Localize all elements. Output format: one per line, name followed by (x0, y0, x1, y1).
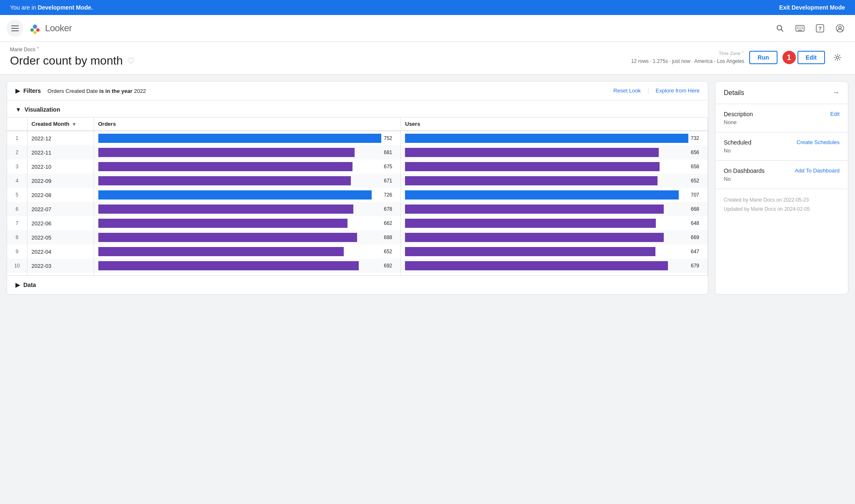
row-month: 2022-04 (27, 245, 94, 259)
header-left: Marie Docs ˅ Order count by month ♡ (10, 47, 135, 67)
visualization-section: ▼ Visualization Created Month ▼ (7, 100, 708, 275)
triangle-down-icon: ▼ (15, 106, 21, 113)
row-index: 8 (7, 230, 27, 245)
page-title-text: Order count by month (10, 54, 123, 67)
svg-rect-2 (11, 30, 19, 31)
description-label: Description (724, 111, 753, 117)
scheduled-section: Scheduled Create Schedules No (715, 132, 848, 161)
add-to-dashboard-link[interactable]: Add To Dashboard (795, 167, 840, 174)
row-month: 2022-11 (27, 145, 94, 160)
details-title: Details (724, 89, 744, 97)
row-orders: 681 (94, 145, 401, 160)
row-orders: 688 (94, 230, 401, 245)
svg-point-3 (33, 25, 37, 29)
scheduled-value: No (724, 147, 840, 154)
svg-point-4 (36, 28, 40, 32)
step-badge: 1 (782, 51, 796, 64)
meta-info: Time Zone ˅ 12 rows · 1.275s · just now … (631, 50, 744, 65)
dashboards-section: On Dashboards Add To Dashboard No (715, 161, 848, 189)
row-index: 11 (7, 273, 27, 275)
col-orders[interactable]: Orders (94, 117, 401, 131)
row-index: 2 (7, 145, 27, 160)
table-row: 9 2022-04 652 647 (7, 245, 708, 259)
row-month: 2022-09 (27, 174, 94, 188)
table-wrapper[interactable]: Created Month ▼ Orders Users 1 2022-12 (7, 117, 708, 275)
table-row: 2 2022-11 681 656 (7, 145, 708, 160)
row-orders: 652 (94, 245, 401, 259)
table-row: 7 2022-06 662 648 (7, 216, 708, 230)
svg-rect-9 (797, 27, 798, 27)
search-button[interactable] (772, 20, 788, 37)
row-users: 668 (401, 202, 708, 216)
exit-dev-button[interactable]: Exit Development Mode (779, 4, 845, 11)
row-users: 656 (401, 145, 708, 160)
header-right: Time Zone ˅ 12 rows · 1.275s · just now … (631, 50, 845, 65)
row-month: 2022-03 (27, 259, 94, 273)
table-row: 5 2022-08 726 707 (7, 188, 708, 202)
col-users[interactable]: Users (401, 117, 708, 131)
table-row: 11 2022-02 608 597 (7, 273, 708, 275)
row-users: 648 (401, 216, 708, 230)
svg-rect-12 (802, 27, 803, 27)
table-row: 3 2022-10 675 658 (7, 160, 708, 174)
details-arrow-icon[interactable]: → (832, 88, 840, 97)
row-orders: 675 (94, 160, 401, 174)
help-button[interactable]: ? (812, 20, 828, 37)
row-month: 2022-06 (27, 216, 94, 230)
row-orders: 726 (94, 188, 401, 202)
sort-arrow-icon: ▼ (72, 122, 77, 127)
row-index: 10 (7, 259, 27, 273)
row-users: 669 (401, 230, 708, 245)
table-row: 8 2022-05 688 669 (7, 230, 708, 245)
svg-rect-16 (802, 28, 803, 29)
filters-section: ▶ Filters Orders Created Date is in the … (7, 82, 708, 100)
table-row: 1 2022-12 752 732 (7, 131, 708, 145)
create-schedules-link[interactable]: Create Schedules (797, 139, 840, 145)
scheduled-label: Scheduled (724, 139, 751, 146)
dashboards-value: No (724, 176, 840, 182)
run-button[interactable]: Run (749, 51, 777, 64)
row-orders: 678 (94, 202, 401, 216)
row-month: 2022-07 (27, 202, 94, 216)
svg-rect-1 (11, 28, 19, 29)
svg-rect-14 (799, 28, 800, 29)
right-panel: Details → Description Edit None Schedule… (715, 81, 848, 294)
row-orders: 692 (94, 259, 401, 273)
description-row: Description Edit (724, 111, 840, 117)
created-text: Created by Marie Docs on 2022-05-23 (724, 196, 840, 205)
page-title: Order count by month ♡ (10, 54, 135, 67)
row-month: 2022-05 (27, 230, 94, 245)
logo-area: Looker (28, 22, 72, 35)
details-meta: Created by Marie Docs on 2022-05-23 Upda… (715, 189, 848, 220)
viz-title: Visualization (25, 106, 60, 113)
explore-from-here-link[interactable]: Explore from Here (656, 87, 700, 94)
svg-rect-0 (11, 25, 19, 26)
svg-point-5 (30, 28, 34, 32)
row-month: 2022-10 (27, 160, 94, 174)
hamburger-button[interactable] (7, 20, 23, 37)
keyboard-button[interactable] (792, 20, 808, 37)
filters-toggle[interactable]: ▶ Filters (15, 87, 41, 94)
triangle-right-data-icon: ▶ (15, 282, 20, 288)
breadcrumb[interactable]: Marie Docs ˅ (10, 47, 135, 52)
account-button[interactable] (832, 20, 848, 37)
dashboards-row: On Dashboards Add To Dashboard (724, 167, 840, 174)
description-section: Description Edit None (715, 104, 848, 132)
row-index: 5 (7, 188, 27, 202)
separator: | (648, 87, 649, 94)
looker-logo-icon (28, 22, 42, 35)
favorite-icon[interactable]: ♡ (127, 56, 135, 66)
edit-button[interactable]: Edit (798, 51, 825, 64)
col-created-month[interactable]: Created Month ▼ (27, 117, 94, 131)
row-index: 3 (7, 160, 27, 174)
scheduled-row: Scheduled Create Schedules (724, 139, 840, 146)
description-edit-link[interactable]: Edit (830, 111, 840, 117)
data-label: Data (23, 282, 36, 288)
viz-header[interactable]: ▼ Visualization (7, 100, 708, 117)
settings-button[interactable] (830, 50, 845, 65)
table-row: 4 2022-09 671 652 (7, 174, 708, 188)
row-users: 732 (401, 131, 708, 145)
data-section[interactable]: ▶ Data (7, 275, 708, 294)
reset-look-link[interactable]: Reset Look (613, 87, 641, 94)
filters-right: Reset Look | Explore from Here (613, 87, 700, 94)
